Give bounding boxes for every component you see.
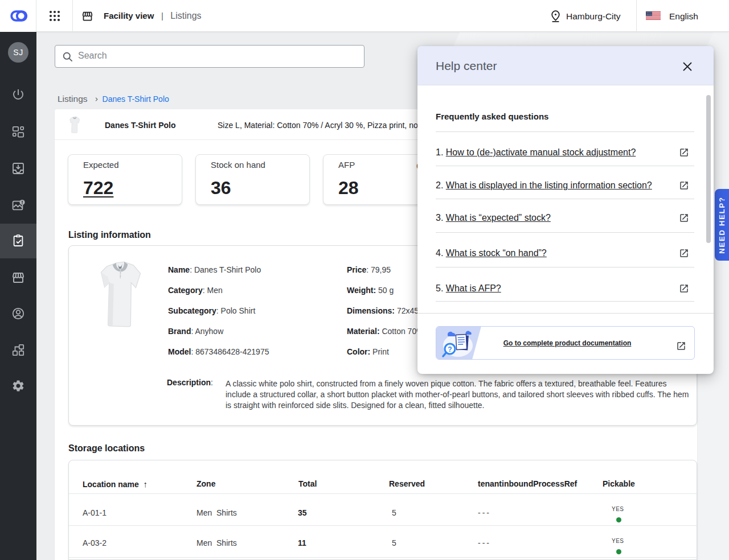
svg-text:?: ? <box>448 345 452 353</box>
